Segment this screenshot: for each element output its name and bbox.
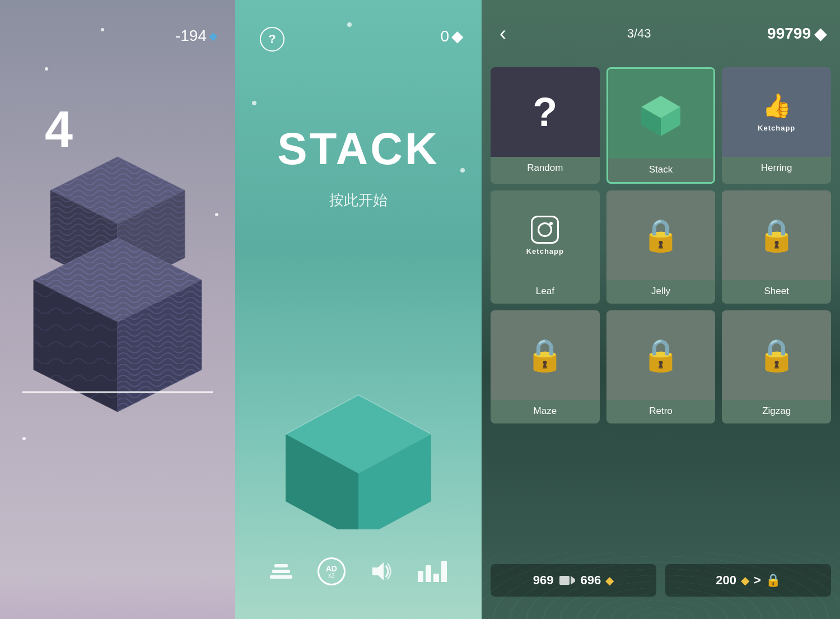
theme-item-herring[interactable]: 👍 Ketchapp Herring (722, 67, 831, 184)
leaf-ketchapp-text: Ketchapp (526, 247, 564, 255)
chart-button[interactable] (418, 561, 447, 582)
instagram-icon (531, 216, 559, 244)
layer-line-2 (272, 570, 290, 573)
lock-icon-zigzag: 🔒 (757, 337, 796, 374)
theme-label-jelly: Jelly (606, 280, 716, 304)
chart-icon (418, 561, 447, 582)
theme-label-herring: Herring (722, 157, 831, 180)
chart-bar-3 (433, 574, 439, 582)
ketchapp-text: Ketchapp (758, 124, 795, 132)
theme-item-maze[interactable]: 🔒 Maze (491, 310, 600, 423)
chart-bar-4 (441, 561, 447, 582)
shop-bg-decoration (482, 552, 840, 619)
menu-cube-svg (274, 384, 442, 529)
theme-thumb-zigzag: 🔒 (722, 310, 831, 400)
theme-label-random: Random (491, 157, 600, 180)
ad-button[interactable]: AD x2 (318, 557, 346, 585)
theme-label-zigzag: Zigzag (722, 400, 831, 423)
theme-item-leaf[interactable]: Ketchapp Leaf (491, 190, 600, 304)
lock-icon-jelly: 🔒 (641, 217, 680, 254)
theme-thumb-leaf: Ketchapp (491, 190, 600, 280)
menu-toolbar: AD x2 (235, 557, 482, 585)
menu-panel[interactable]: ? 0 ◆ STACK 按此开始 (235, 0, 482, 619)
shop-panel: ‹ 3/43 99799 ◆ ? Random Stack (482, 0, 840, 619)
theme-label-sheet: Sheet (722, 280, 831, 304)
theme-item-retro[interactable]: 🔒 Retro (606, 310, 716, 423)
menu-score-diamond: ◆ (451, 27, 464, 45)
theme-thumb-jelly: 🔒 (606, 190, 716, 280)
chart-bar-1 (418, 571, 423, 582)
help-button[interactable]: ? (260, 27, 284, 52)
shop-header: ‹ 3/43 99799 ◆ (482, 0, 840, 67)
theme-thumb-stack (608, 69, 714, 159)
theme-item-stack[interactable]: Stack (606, 67, 716, 184)
layer-line-3 (270, 575, 292, 579)
theme-thumb-sheet: 🔒 (722, 190, 831, 280)
help-icon: ? (268, 32, 276, 46)
theme-thumb-maze: 🔒 (491, 310, 600, 400)
layers-icon (270, 564, 292, 579)
chart-bar-2 (426, 565, 431, 582)
layers-button[interactable] (270, 564, 292, 579)
sound-icon (370, 561, 393, 581)
theme-item-zigzag[interactable]: 🔒 Zigzag (722, 310, 831, 423)
bottom-shadow (0, 574, 235, 619)
menu-score-value: 0 (440, 27, 449, 45)
lock-icon-sheet: 🔒 (757, 217, 796, 254)
score-diamond: ◆ (209, 29, 217, 43)
thumb-icon: 👍 (762, 92, 791, 119)
menu-dot (252, 101, 256, 105)
shop-coins: 99799 ◆ (767, 25, 827, 43)
stack-cube-icon (636, 91, 686, 136)
theme-thumb-retro: 🔒 (606, 310, 716, 400)
game-title: STACK (235, 123, 482, 175)
ad-multiplier: x2 (328, 573, 335, 579)
theme-thumb-random: ? (491, 67, 600, 157)
theme-label-stack: Stack (608, 159, 714, 182)
dot (45, 67, 48, 71)
theme-label-retro: Retro (606, 400, 716, 423)
ad-icon: AD x2 (318, 557, 346, 585)
lock-icon-maze: 🔒 (525, 337, 564, 374)
layer-line-1 (274, 564, 288, 567)
shop-coins-value: 99799 (767, 25, 811, 43)
theme-grid: ? Random Stack 👍 Ketchapp Herring (491, 67, 831, 423)
question-icon: ? (533, 89, 557, 135)
theme-item-sheet[interactable]: 🔒 Sheet (722, 190, 831, 304)
game-panel: -194 ◆ 4 (0, 0, 235, 619)
theme-item-jelly[interactable]: 🔒 Jelly (606, 190, 716, 304)
menu-score: 0 ◆ (440, 27, 464, 45)
back-button[interactable]: ‹ (495, 17, 511, 50)
menu-dot (347, 22, 352, 27)
theme-label-maze: Maze (491, 400, 600, 423)
game-blocks-svg (6, 129, 230, 454)
theme-label-leaf: Leaf (491, 280, 600, 304)
theme-thumb-herring: 👍 Ketchapp (722, 67, 831, 157)
page-counter: 3/43 (627, 26, 651, 41)
shop-coins-diamond: ◆ (814, 25, 827, 43)
start-text[interactable]: 按此开始 (235, 190, 482, 210)
lock-icon-retro: 🔒 (641, 337, 680, 374)
svg-marker-18 (372, 562, 384, 580)
ad-text: AD (326, 565, 337, 573)
dot (101, 28, 104, 31)
theme-item-random[interactable]: ? Random (491, 67, 600, 184)
sound-button[interactable] (370, 561, 393, 581)
score-value: -194 (175, 27, 207, 45)
score-display: -194 ◆ (175, 27, 217, 45)
